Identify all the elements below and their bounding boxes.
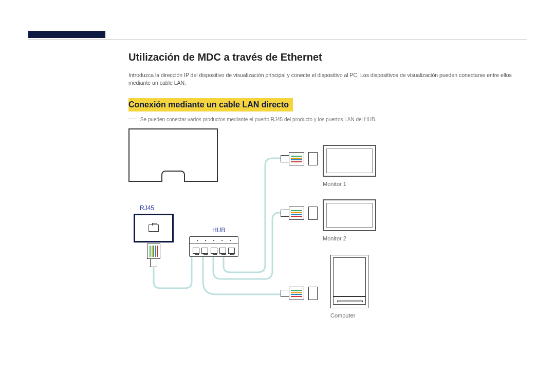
lan-connector-right-3 [281, 287, 304, 300]
port-box-3 [308, 287, 318, 300]
lan-connector-down [147, 244, 160, 267]
header-accent-bar [28, 31, 105, 38]
monitor-2 [323, 199, 376, 231]
rj45-label: RJ45 [140, 204, 154, 212]
note-text: Se pueden conectar varios productos medi… [140, 117, 377, 122]
computer-tower [330, 255, 368, 308]
monitor-1 [323, 145, 376, 177]
connection-diagram: RJ45 HUB [128, 127, 529, 343]
rj45-port-icon [149, 225, 159, 232]
monitor-1-label: Monitor 1 [323, 181, 346, 187]
port-box-1 [308, 152, 318, 165]
header-rule [28, 39, 527, 40]
page-content: Utilización de MDC a través de Ethernet … [128, 51, 527, 343]
monitor-2-label: Monitor 2 [323, 235, 346, 241]
subsection-heading: Conexión mediante un cable LAN directo [128, 98, 293, 111]
intro-paragraph: Introduzca la dirección IP del dispositi… [128, 71, 527, 87]
main-display [128, 128, 218, 182]
display-stand [161, 171, 185, 182]
lan-connector-right-1 [281, 152, 304, 165]
hub-device [189, 236, 238, 257]
port-box-2 [308, 207, 318, 220]
rj45-port-box [134, 214, 174, 242]
computer-label: Computer [330, 312, 355, 319]
section-heading: Utilización de MDC a través de Ethernet [128, 51, 527, 63]
lan-connector-right-2 [281, 207, 304, 220]
note-line: Se pueden conectar varios productos medi… [128, 117, 527, 122]
hub-label: HUB [212, 227, 225, 234]
note-dash-icon [128, 119, 136, 119]
